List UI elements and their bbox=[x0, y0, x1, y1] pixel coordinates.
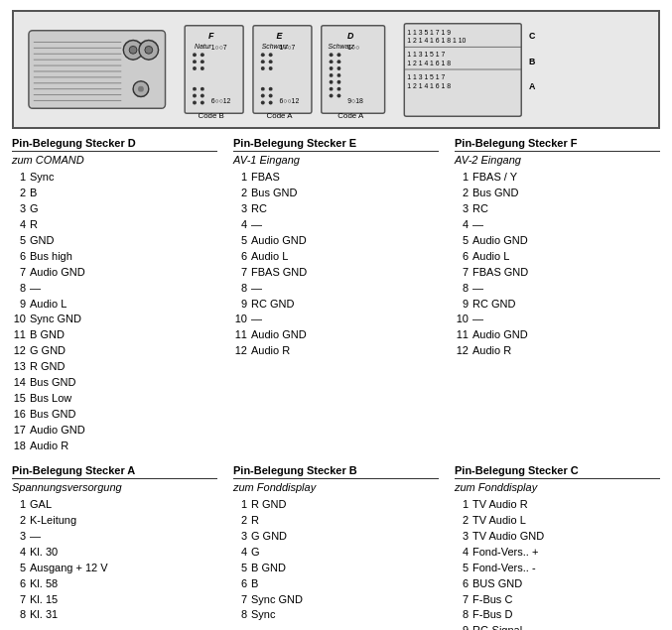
pin-name: — bbox=[251, 281, 262, 297]
pin-number: 7 bbox=[12, 265, 26, 281]
pin-number: 8 bbox=[455, 281, 469, 297]
pin-name: RC GND bbox=[251, 297, 294, 313]
pin-row: 7Kl. 15 bbox=[12, 592, 217, 608]
pin-row: 5Ausgang + 12 V bbox=[12, 561, 217, 576]
pin-name: G GND bbox=[251, 529, 287, 545]
svg-text:1○○: 1○○ bbox=[347, 44, 359, 51]
svg-point-28 bbox=[201, 87, 204, 91]
pin-row: 7Sync GND bbox=[233, 592, 439, 608]
pin-number: 12 bbox=[12, 343, 26, 359]
pin-name: RC GND bbox=[472, 297, 515, 313]
pin-list-e: 1FBAS2Bus GND3RC4—5Audio GND6Audio L7FBA… bbox=[233, 170, 439, 359]
pin-name: Audio GND bbox=[472, 327, 528, 343]
stecker-e-subtitle: AV-1 Eingang bbox=[233, 154, 439, 166]
pin-number: 3 bbox=[455, 201, 469, 217]
pin-number: 5 bbox=[12, 233, 26, 249]
pin-section-d: Pin-Belegung Stecker D zum COMAND 1Sync2… bbox=[12, 137, 217, 454]
svg-point-38 bbox=[261, 53, 265, 57]
pin-number: 9 bbox=[12, 297, 26, 313]
pin-row: 7Audio GND bbox=[12, 265, 217, 281]
svg-point-25 bbox=[193, 66, 197, 70]
pin-row: 1FBAS bbox=[233, 170, 439, 186]
svg-text:C: C bbox=[529, 31, 536, 41]
pin-name: R GND bbox=[30, 359, 65, 375]
svg-point-59 bbox=[330, 66, 334, 70]
pin-number: 14 bbox=[12, 375, 26, 391]
svg-point-67 bbox=[330, 94, 334, 98]
pin-name: Audio L bbox=[472, 249, 509, 265]
pin-name: Audio R bbox=[472, 343, 511, 359]
pin-number: 9 bbox=[455, 297, 469, 313]
pin-name: F-Bus C bbox=[472, 592, 512, 608]
pin-row: 7FBAS GND bbox=[455, 265, 660, 281]
pin-row: 8F-Bus D bbox=[455, 607, 660, 623]
pin-name: G bbox=[30, 201, 39, 217]
svg-text:9○18: 9○18 bbox=[347, 97, 363, 104]
svg-point-24 bbox=[201, 60, 204, 63]
svg-text:A: A bbox=[529, 81, 536, 91]
pin-name: G bbox=[251, 545, 260, 561]
pin-list-b: 1R GND2R3G GND4G5B GND6B7Sync GND8Sync bbox=[233, 497, 439, 624]
pin-number: 6 bbox=[455, 249, 469, 265]
pin-row: 5Audio GND bbox=[455, 233, 660, 249]
svg-point-61 bbox=[330, 73, 334, 77]
pin-row: 9RC GND bbox=[233, 297, 439, 313]
svg-point-58 bbox=[336, 60, 340, 63]
pin-name: — bbox=[472, 312, 483, 327]
pin-number: 7 bbox=[233, 592, 247, 608]
pin-name: F-Bus D bbox=[472, 607, 512, 623]
pin-number: 9 bbox=[233, 297, 247, 313]
pin-name: Kl. 58 bbox=[30, 576, 58, 592]
svg-text:1 2 1 4 1 6 1 8: 1 2 1 4 1 6 1 8 bbox=[407, 82, 451, 89]
pin-row: 5Audio GND bbox=[233, 233, 439, 249]
pin-list-f: 1FBAS / Y2Bus GND3RC4—5Audio GND6Audio L… bbox=[455, 170, 660, 359]
svg-point-44 bbox=[261, 87, 265, 91]
pin-number: 6 bbox=[12, 249, 26, 265]
svg-point-55 bbox=[330, 53, 334, 57]
pin-name: TV Audio L bbox=[472, 513, 526, 529]
pin-name: Audio GND bbox=[472, 233, 528, 249]
pin-name: Bus GND bbox=[30, 375, 75, 391]
top-pin-sections: Pin-Belegung Stecker D zum COMAND 1Sync2… bbox=[12, 137, 660, 454]
pin-row: 12Audio R bbox=[455, 343, 660, 359]
pin-number: 12 bbox=[455, 343, 469, 359]
stecker-f-subtitle: AV-2 Eingang bbox=[455, 154, 660, 166]
pin-name: — bbox=[30, 529, 41, 545]
pin-number: 12 bbox=[233, 343, 247, 359]
svg-text:1 1 3 1 5 1 7: 1 1 3 1 5 1 7 bbox=[407, 51, 445, 58]
svg-point-23 bbox=[193, 60, 197, 63]
svg-point-46 bbox=[261, 94, 265, 98]
pin-name: Audio GND bbox=[30, 423, 85, 439]
pin-number: 11 bbox=[455, 327, 469, 343]
pin-row: 1Sync bbox=[12, 170, 217, 186]
pin-number: 3 bbox=[12, 201, 26, 217]
pin-row: 1R GND bbox=[233, 497, 439, 513]
svg-text:Code B: Code B bbox=[199, 111, 224, 119]
pin-row: 10Sync GND bbox=[12, 312, 217, 327]
pin-number: 6 bbox=[233, 576, 247, 592]
pin-name: Fond-Vers.. - bbox=[472, 561, 536, 576]
pin-name: — bbox=[251, 217, 262, 233]
svg-text:6○○12: 6○○12 bbox=[211, 97, 231, 104]
pin-row: 11B GND bbox=[12, 327, 217, 343]
pin-row: 2Bus GND bbox=[455, 186, 660, 201]
pin-name: Bus Low bbox=[30, 391, 71, 407]
svg-point-43 bbox=[269, 66, 273, 70]
pin-row: 13R GND bbox=[12, 359, 217, 375]
svg-text:1○○7: 1○○7 bbox=[279, 44, 295, 51]
pin-number: 10 bbox=[233, 312, 247, 327]
svg-text:1 1 3 5 1 7 1 9: 1 1 3 5 1 7 1 9 bbox=[407, 29, 451, 36]
svg-point-45 bbox=[269, 87, 273, 91]
pin-name: Kl. 30 bbox=[30, 545, 58, 561]
pin-number: 3 bbox=[233, 529, 247, 545]
pin-name: Ausgang + 12 V bbox=[30, 561, 108, 576]
svg-text:6○○12: 6○○12 bbox=[279, 97, 299, 104]
svg-point-17 bbox=[138, 86, 144, 92]
pin-number: 6 bbox=[233, 249, 247, 265]
pin-number: 3 bbox=[455, 529, 469, 545]
pin-row: 18Audio R bbox=[12, 439, 217, 454]
pin-name: TV Audio GND bbox=[472, 529, 544, 545]
pin-name: — bbox=[472, 281, 483, 297]
svg-text:D: D bbox=[347, 31, 354, 41]
pin-name: Sync bbox=[30, 170, 54, 186]
